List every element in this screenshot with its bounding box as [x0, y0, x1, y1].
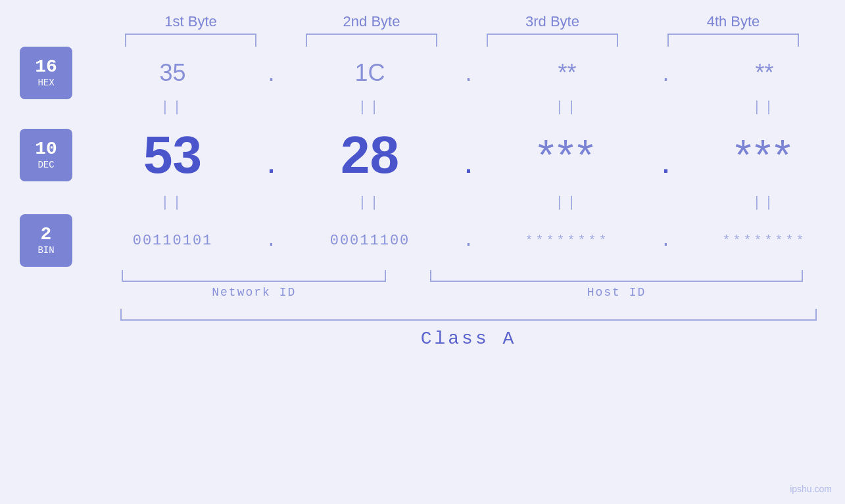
bin-val-2: 00011100 — [295, 233, 446, 249]
class-bracket — [120, 309, 817, 321]
bin-dot-3: . — [653, 231, 679, 251]
hex-val-3: ** — [492, 59, 643, 87]
eq-6: || — [295, 195, 446, 211]
bracket-1 — [125, 34, 256, 47]
byte-3-header: 3rd Byte — [477, 13, 628, 30]
bin-val-4: ******** — [689, 233, 840, 248]
bin-dot-2: . — [456, 231, 482, 251]
dec-val-2: 28 — [295, 125, 446, 185]
bin-val-3: ******** — [492, 233, 643, 248]
dec-dot-1: . — [258, 131, 285, 179]
network-id-label: Network ID — [212, 286, 296, 299]
main-container: 1st Byte 2nd Byte 3rd Byte 4th Byte 16 H… — [0, 0, 845, 504]
bin-badge-number: 2 — [41, 225, 52, 244]
dec-badge: 10 DEC — [20, 129, 72, 181]
hex-val-2: 1C — [295, 59, 446, 87]
eq-5: || — [97, 195, 249, 211]
eq-2: || — [295, 99, 446, 116]
hex-badge-number: 16 — [35, 58, 57, 76]
byte-1-header: 1st Byte — [115, 13, 266, 30]
dec-val-3: *** — [492, 131, 643, 179]
bin-badge-label: BIN — [37, 245, 54, 256]
byte-4-header: 4th Byte — [658, 13, 809, 30]
watermark: ipshu.com — [790, 484, 832, 494]
hex-val-1: 35 — [97, 59, 249, 87]
hex-val-4: ** — [689, 59, 840, 87]
byte-2-header: 2nd Byte — [296, 13, 447, 30]
dec-dot-3: . — [653, 131, 679, 179]
eq-1: || — [97, 99, 249, 116]
hex-dot-2: . — [456, 59, 482, 87]
bracket-3 — [487, 34, 618, 47]
hex-dot-1: . — [258, 59, 285, 87]
byte-headers: 1st Byte 2nd Byte 3rd Byte 4th Byte — [101, 13, 824, 30]
dec-badge-label: DEC — [37, 160, 54, 170]
bracket-2 — [306, 34, 437, 47]
dec-val-1: 53 — [97, 125, 249, 185]
dec-dot-2: . — [456, 131, 482, 179]
bin-dot-1: . — [258, 231, 285, 251]
eq-7: || — [492, 195, 643, 211]
class-label: Class A — [421, 329, 517, 349]
hex-dot-3: . — [653, 59, 679, 87]
bin-val-1: 00110101 — [97, 233, 249, 249]
bin-badge: 2 BIN — [20, 214, 72, 267]
hex-badge: 16 HEX — [20, 47, 72, 99]
dec-badge-number: 10 — [35, 140, 57, 158]
dec-val-4: *** — [689, 131, 840, 179]
eq-8: || — [689, 195, 840, 211]
eq-4: || — [689, 99, 840, 116]
bracket-4 — [667, 34, 799, 47]
host-id-label: Host ID — [587, 286, 646, 299]
hex-badge-label: HEX — [37, 78, 54, 88]
top-brackets — [101, 34, 824, 47]
eq-3: || — [492, 99, 643, 116]
